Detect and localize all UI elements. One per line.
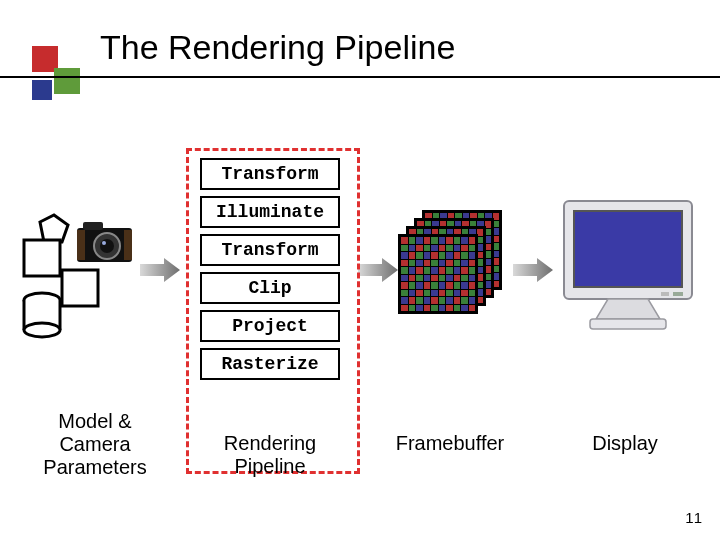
svg-rect-22 [590,319,666,329]
svg-marker-17 [513,258,553,282]
pipeline-stage: Transform [200,158,340,190]
svg-rect-1 [24,240,60,276]
framebuffer-icon [398,210,508,320]
pipeline-stage: Rasterize [200,348,340,380]
monitor-icon [558,195,698,345]
svg-point-13 [100,239,114,253]
model-camera-icon [22,212,142,342]
page-number: 11 [685,509,702,526]
pipeline-stage-stack: Transform Illuminate Transform Clip Proj… [200,158,340,386]
svg-rect-10 [77,230,85,260]
label-model-camera: Model & Camera Parameters [20,410,170,479]
arrow-icon [513,258,553,282]
svg-point-14 [102,241,106,245]
arrow-icon [140,258,180,282]
label-framebuffer: Framebuffer [385,432,515,455]
svg-rect-21 [661,292,669,296]
arrow-icon [358,258,398,282]
svg-point-7 [24,323,60,337]
svg-rect-9 [83,222,103,230]
svg-rect-19 [574,211,682,287]
svg-rect-20 [673,292,683,296]
pipeline-stage: Clip [200,272,340,304]
label-rendering-pipeline: Rendering Pipeline [188,432,352,478]
svg-rect-11 [124,230,132,260]
title-underline [0,76,720,78]
svg-rect-2 [62,270,98,306]
svg-marker-0 [40,215,68,242]
label-display: Display [570,432,680,455]
pipeline-stage: Transform [200,234,340,266]
pipeline-stage: Illuminate [200,196,340,228]
svg-marker-15 [140,258,180,282]
pipeline-stage: Project [200,310,340,342]
svg-marker-16 [358,258,398,282]
slide-title: The Rendering Pipeline [100,28,455,67]
